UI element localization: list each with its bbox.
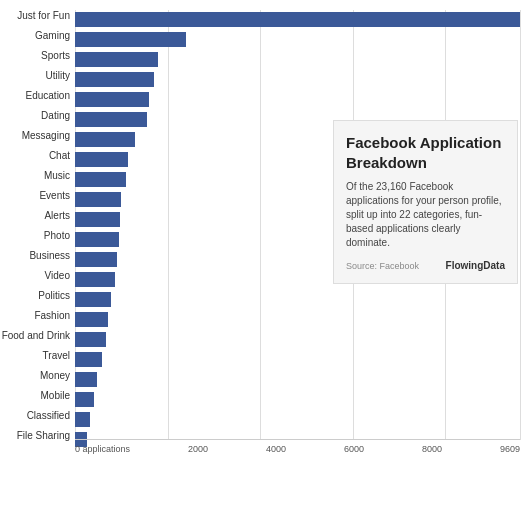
bar-wrap: Education [75,90,520,109]
bar-row: Travel [75,350,520,369]
bar-row: Sports [75,50,520,69]
bar-label: Alerts [0,210,70,221]
bar-fill [75,72,154,87]
info-title: Facebook Application Breakdown [346,133,505,172]
bar-row: Money [75,370,520,389]
bar-label: Mobile [0,390,70,401]
x-axis [75,439,520,440]
bar-fill [75,152,128,167]
bar-label: Chat [0,150,70,161]
info-box: Facebook Application Breakdown Of the 23… [333,120,518,284]
info-footer: Source: Facebook FlowingData [346,260,505,271]
bar-row: Politics [75,290,520,309]
bar-label: File Sharing [0,430,70,441]
bar-label: Fashion [0,310,70,321]
bar-label: Classified [0,410,70,421]
bar-label: Music [0,170,70,181]
bar-fill [75,272,115,287]
chart-container: Just for FunGamingSportsUtilityEducation… [0,0,530,512]
bar-row: Mobile [75,390,520,409]
x-axis-labels: 0 applications20004000600080009609 [75,444,520,454]
bar-fill [75,412,90,427]
bar-fill [75,292,111,307]
bar-fill [75,372,97,387]
bar-fill [75,132,135,147]
x-axis-label: 2000 [188,444,208,454]
x-axis-label: 4000 [266,444,286,454]
bar-fill [75,252,117,267]
bar-fill [75,192,121,207]
bar-fill [75,12,520,27]
bar-row: Just for Fun [75,10,520,29]
bar-wrap: Food and Drink [75,330,520,349]
bar-label: Money [0,370,70,381]
bar-label: Utility [0,70,70,81]
bar-label: Gaming [0,30,70,41]
x-axis-label: 6000 [344,444,364,454]
bar-label: Politics [0,290,70,301]
bar-label: Food and Drink [0,330,70,341]
bar-wrap: Fashion [75,310,520,329]
bar-fill [75,392,94,407]
bar-fill [75,352,102,367]
bar-wrap: Classified [75,410,520,429]
bar-wrap: Gaming [75,30,520,49]
bar-label: Photo [0,230,70,241]
bar-label: Just for Fun [0,10,70,21]
grid-line [520,10,521,440]
bar-label: Sports [0,50,70,61]
bar-label: Messaging [0,130,70,141]
bar-row: Food and Drink [75,330,520,349]
bar-fill [75,92,149,107]
x-axis-label: 9609 [500,444,520,454]
bar-label: Video [0,270,70,281]
bar-wrap: Travel [75,350,520,369]
bar-wrap: Money [75,370,520,389]
bar-label: Travel [0,350,70,361]
source-label: Source: Facebook [346,261,419,271]
bar-fill [75,212,120,227]
bar-row: Fashion [75,310,520,329]
bar-fill [75,312,108,327]
bar-wrap: Sports [75,50,520,69]
bar-row: Education [75,90,520,109]
bar-label: Events [0,190,70,201]
bar-label: Dating [0,110,70,121]
bar-label: Education [0,90,70,101]
bar-fill [75,112,147,127]
bar-wrap: Utility [75,70,520,89]
bar-wrap: Politics [75,290,520,309]
bar-wrap: Mobile [75,390,520,409]
bar-fill [75,232,119,247]
bar-fill [75,332,106,347]
bar-fill [75,32,186,47]
info-description: Of the 23,160 Facebook applications for … [346,180,505,250]
x-axis-label: 8000 [422,444,442,454]
bar-label: Business [0,250,70,261]
bar-row: Gaming [75,30,520,49]
bar-fill [75,52,158,67]
bar-fill [75,172,126,187]
bar-wrap: Just for Fun [75,10,520,29]
bar-row: Utility [75,70,520,89]
x-axis-label: 0 applications [75,444,130,454]
bar-row: Classified [75,410,520,429]
brand-label: FlowingData [446,260,505,271]
